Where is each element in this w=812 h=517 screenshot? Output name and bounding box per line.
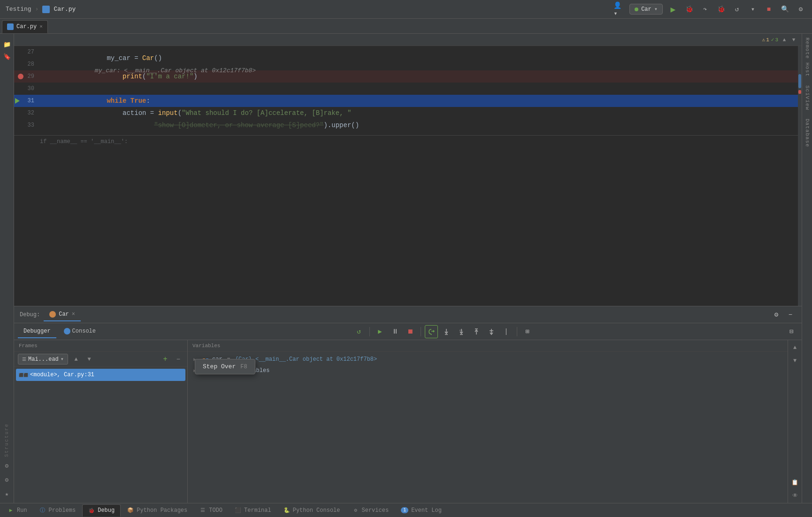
footer-line-content: if __name__ == '__main__': [40, 138, 128, 145]
bottom-tab-event-log[interactable]: 1 Event Log [395, 504, 447, 517]
code-lines: 27 28 my_car = Car() my_car: <__main__.C… [14, 46, 798, 306]
debugger-tab-label: Debugger [23, 328, 51, 335]
scroll-down-button[interactable]: ▼ [789, 355, 801, 366]
search-button[interactable]: 🔍 [779, 4, 790, 15]
debug-minimize-button[interactable]: − [785, 309, 796, 320]
settings-button[interactable]: ⚙ [795, 4, 806, 15]
scroll-up-button[interactable]: ▲ [789, 342, 801, 353]
python-packages-label: Python Packages [137, 507, 187, 514]
todo-icon: ☰ [199, 507, 206, 514]
top-toolbar: 👤▾ Car ▾ ▶ 🐞 ↷ 🐞 ↺ ▾ ■ 🔍 ⚙ [613, 4, 806, 15]
var-car-value: {Car} <__main__.Car object at 0x12c17f7b… [235, 356, 377, 363]
console-tab[interactable]: Console [58, 325, 101, 338]
run-button[interactable]: ▶ [667, 4, 679, 15]
console-icon [64, 328, 70, 335]
file-label[interactable]: Car.py [54, 6, 76, 13]
project-label[interactable]: Testing [6, 6, 31, 13]
current-line-arrow [15, 98, 20, 104]
frames-minus-button[interactable]: − [173, 354, 184, 365]
bottom-tab-debug[interactable]: 🐞 Debug [82, 504, 121, 517]
run-config[interactable]: Car ▾ [629, 4, 663, 15]
warn-icon: ⚠ [762, 37, 766, 43]
step-over-button[interactable]: ↷ [699, 4, 711, 15]
resume-button[interactable]: ▶ [374, 325, 387, 338]
sidebar-gear-icon[interactable]: ⚙ [2, 461, 12, 471]
prev-error-button[interactable]: ▲ [780, 36, 789, 44]
debug-tab-icon: 🐞 [88, 507, 95, 514]
run-to-cursor-button[interactable] [485, 325, 498, 338]
layout-button[interactable]: ⊟ [785, 325, 798, 338]
debug-settings-button[interactable]: ⚙ [771, 309, 782, 320]
frames-header: Frames [14, 340, 187, 352]
bottom-tab-terminal[interactable]: ⬛ Terminal [229, 504, 277, 517]
check-badge: ✓ 3 [771, 37, 778, 43]
cursor-icon-btn[interactable]: | [500, 325, 513, 338]
run-tab-icon: ▶ [8, 507, 14, 514]
line-num-30: 30 [14, 83, 40, 95]
stop-button[interactable]: ■ [763, 4, 774, 15]
right-panel-remote-host[interactable]: Remote Host [804, 34, 810, 81]
step-into-my-code-button[interactable] [455, 325, 468, 338]
thread-selector[interactable]: ☰ Mai...ead ▾ [18, 354, 68, 365]
step-over-icon [428, 328, 435, 335]
thread-label: Mai...ead [28, 356, 59, 363]
user-icon[interactable]: 👤▾ [613, 4, 625, 15]
problems-tab-icon: ⓘ [39, 507, 46, 514]
check-count: 3 [775, 37, 778, 43]
event-log-badge: 1 [401, 507, 408, 513]
python-console-icon: 🐍 [283, 507, 290, 514]
step-out-button[interactable] [470, 325, 483, 338]
frame-module-icon: ⬛⬛ [20, 371, 27, 379]
table-view-button[interactable]: ⊞ [521, 325, 534, 338]
sidebar-pin-icon[interactable]: ★ [2, 489, 12, 499]
tab-close-button[interactable]: × [39, 24, 43, 30]
frames-add-button[interactable]: + [160, 354, 170, 365]
debug-tab-car[interactable]: Car × [44, 308, 81, 321]
warning-badge: ⚠ 1 [762, 37, 769, 43]
var-item-special[interactable]: ▶ Special Variables [192, 365, 784, 376]
var-item-car[interactable]: ▶ car = {Car} <__main__.Car object at 0x… [192, 354, 784, 365]
right-panel-database[interactable]: Database [804, 115, 810, 151]
stop-debug-button[interactable]: ⏹ [404, 325, 417, 338]
editor-error-marker [798, 90, 801, 94]
frames-prev-button[interactable]: ▲ [71, 354, 81, 365]
watch-button[interactable]: 👁 [789, 490, 801, 501]
bottom-tab-services[interactable]: ⚙ Services [347, 504, 395, 517]
more-run-options[interactable]: ▾ [747, 4, 758, 15]
debug-session-close[interactable]: × [72, 311, 75, 318]
debug-session-icon [49, 311, 56, 318]
tab-car-py[interactable]: Car.py × [2, 20, 48, 33]
pause-button[interactable]: ⏸ [389, 325, 402, 338]
bottom-tab-python-console[interactable]: 🐍 Python Console [278, 504, 346, 517]
terminal-icon: ⬛ [235, 507, 241, 514]
step-over-debug-button[interactable] [425, 325, 438, 338]
sidebar-bookmark-icon[interactable]: 🔖 [2, 52, 12, 62]
debug-header: Debug: Car × ⚙ − [14, 306, 802, 323]
debug-content: Frames ☰ Mai...ead ▾ ▲ ▼ + − [14, 340, 802, 503]
copy-button[interactable]: 📋 [789, 477, 801, 488]
frames-next-button[interactable]: ▼ [84, 354, 94, 365]
rerun-button[interactable]: ↺ [352, 325, 366, 338]
next-error-button[interactable]: ▼ [789, 36, 798, 44]
bottom-tab-todo[interactable]: ☰ TODO [194, 504, 228, 517]
coverage-button[interactable]: 🐞 [715, 4, 727, 15]
bottom-tabs: ▶ Run ⓘ Problems 🐞 Debug 📦 Python Packag… [0, 503, 812, 517]
sidebar-project-icon[interactable]: 📁 [2, 39, 12, 50]
bottom-tab-python-packages[interactable]: 📦 Python Packages [122, 504, 193, 517]
terminal-label: Terminal [244, 507, 271, 514]
frames-list: ⬛⬛ <module>, Car.py:31 [14, 367, 187, 503]
bottom-tab-problems[interactable]: ⓘ Problems [34, 504, 82, 517]
frame-item-module[interactable]: ⬛⬛ <module>, Car.py:31 [16, 369, 185, 381]
right-panel-sciview[interactable]: SciView [804, 82, 810, 114]
step-into-button[interactable] [440, 325, 453, 338]
toolbar-sep-1 [369, 327, 370, 336]
tab-label: Car.py [16, 23, 37, 30]
profile-button[interactable]: ↺ [731, 4, 743, 15]
code-editor[interactable]: 27 28 my_car = Car() my_car: <__main__.C… [14, 46, 802, 306]
editor-scrollbar[interactable] [798, 46, 802, 306]
debug-button[interactable]: 🐞 [683, 4, 695, 15]
sidebar-favorites-icon[interactable]: ⚙ [2, 475, 12, 485]
bottom-tab-run[interactable]: ▶ Run [2, 504, 33, 517]
step-into-my-code-icon [458, 328, 465, 335]
debugger-tab[interactable]: Debugger [18, 325, 56, 338]
